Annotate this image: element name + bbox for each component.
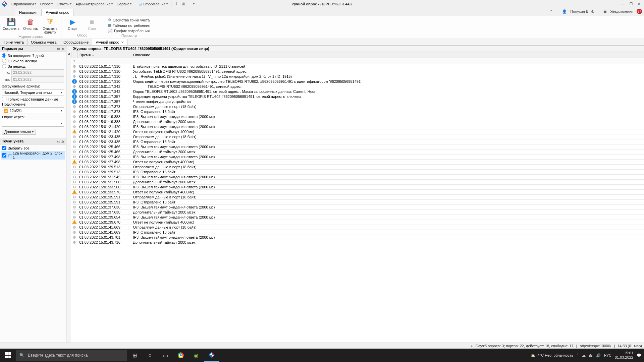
table-row[interactable]: ⚙01.03.2022 15:01:17.310В таблице привяз… (71, 64, 644, 69)
menu-poll[interactable]: Опрос▾ (38, 0, 55, 8)
start-button[interactable]: ▶ Старт (63, 17, 82, 34)
clear-filter-button[interactable]: ⧩ Очистить фильтр (41, 17, 59, 35)
consumption-chart-link[interactable]: 📈 График потребления (108, 28, 150, 33)
save-button[interactable]: 💾 Сохранить (2, 17, 20, 35)
table-row[interactable]: i01.03.2022 15:01:17.310Опрос ведётся че… (71, 79, 644, 84)
table-row[interactable]: 01.03.2022 15:01:21.420Ответ не получен … (71, 129, 644, 134)
doctab-objects[interactable]: Объекты учета (27, 39, 60, 45)
stop-button[interactable]: ■ Стоп (83, 17, 101, 34)
table-row[interactable]: ⚙01.03.2022 15:01:27.498IP3: Вышел тайма… (71, 155, 644, 160)
tree-item-checkbox[interactable] (2, 153, 6, 158)
start-button[interactable] (0, 349, 16, 362)
notifications-link[interactable]: Уведомления (610, 9, 633, 13)
collapse-ribbon-button[interactable]: ⌃ (550, 9, 553, 14)
taskview-button[interactable]: ⊞ (127, 349, 142, 362)
table-row[interactable]: ⚙01.03.2022 15:01:17.373Отправляем данны… (71, 104, 644, 109)
taskbar-search[interactable]: 🔍 Введите здесь текст для поиска (16, 350, 127, 361)
clear-button[interactable]: 🗑 Очистить (21, 17, 40, 35)
menu-theme[interactable]: ▤ Оформление▾ (137, 0, 170, 8)
table-row[interactable]: 01.03.2022 15:01:33.576Ответ не получен … (71, 190, 644, 195)
table-row[interactable]: ⚙01.03.2022 15:01:21.420IP3: Вышел тайма… (71, 124, 644, 129)
col-time[interactable]: Время ▲ (77, 52, 131, 58)
table-row[interactable]: ⚙01.03.2022 15:01:23.435Отправляем данны… (71, 134, 644, 139)
tray-network-icon[interactable]: 🖧 (589, 353, 593, 357)
tab-manual-poll[interactable]: Ручной опрос (41, 9, 73, 16)
export-button[interactable]: ⇪ (173, 0, 180, 8)
float-icon[interactable]: ▭ (57, 139, 60, 143)
table-row[interactable]: ⚙01.03.2022 15:01:39.654IP3: Вышел тайма… (71, 215, 644, 220)
user-name[interactable]: Полухин В. И. (570, 9, 594, 13)
date-to-input[interactable] (11, 76, 64, 82)
table-row[interactable]: ⚙01.03.2022 15:01:19.388IP3: Вышел тайма… (71, 114, 644, 119)
tray-lang[interactable]: РУС (604, 353, 611, 357)
col-desc[interactable]: Описание (131, 52, 638, 58)
table-row[interactable]: i01.03.2022 15:01:17.357Чтение конфигура… (71, 99, 644, 104)
table-row[interactable]: ⚙01.03.2022 15:01:35.591Отправляем данны… (71, 195, 644, 200)
print-button[interactable]: 🖶 (180, 0, 187, 8)
tray-clock[interactable]: 15:01 01.03.2022 (615, 351, 633, 360)
close-tab-icon[interactable]: ✕ (121, 41, 124, 44)
table-row[interactable]: ⚙01.03.2022 15:01:23.435IP3: Отправлено … (71, 139, 644, 144)
consumption-table-link[interactable]: ▦ Таблица потребления (108, 23, 150, 28)
point-properties-link[interactable]: ⚙ Свойства точки учёта (108, 17, 150, 22)
tree-item[interactable]: 🏷 12а микрорайон, дом 2, блок 1 (1, 151, 65, 160)
menu-directories[interactable]: Справочники▾ (9, 0, 38, 8)
table-row[interactable]: ⚙01.03.2022 15:01:25.466IP3: Вышел тайма… (71, 144, 644, 149)
journal-grid[interactable]: Время ▲ Описание ▾ ⚙01.03.2022 15:01:17.… (71, 52, 644, 343)
table-row[interactable]: ⚙01.03.2022 15:01:17.310Устройство TELEO… (71, 69, 644, 74)
tray-notifications-icon[interactable]: 💬 (637, 353, 641, 358)
table-row[interactable]: ⚙01.03.2022 15:01:37.638Дополнительный т… (71, 210, 644, 215)
filter-icon-cell[interactable]: ▾ (71, 58, 77, 64)
table-row[interactable]: ⚙01.03.2022 15:01:35.591IP3: Отправлено … (71, 200, 644, 205)
table-row[interactable]: ⚙01.03.2022 15:01:41.669IP3: Отправлено … (71, 230, 644, 235)
pin-icon[interactable]: ⇲ (61, 139, 64, 143)
tray-chevron-icon[interactable]: ˄ (577, 353, 579, 358)
period-month-radio[interactable] (2, 59, 6, 63)
menu-admin[interactable]: Администрирование▾ (73, 0, 115, 8)
via-combo[interactable] (2, 120, 64, 127)
more-button[interactable]: Дополнительно▾ (2, 129, 36, 135)
period-last7-radio[interactable] (2, 53, 6, 58)
table-row[interactable]: ⚙01.03.2022 15:01:41.669Отправляем данны… (71, 225, 644, 230)
collapse-panel-gutter[interactable]: ◀ (66, 46, 71, 343)
close-button[interactable]: ✕ (636, 2, 642, 6)
table-row[interactable]: i01.03.2022 15:01:17.357Коррекция времен… (71, 94, 644, 99)
pin-icon[interactable]: ⇲ (61, 47, 64, 51)
select-all-checkbox[interactable] (2, 146, 6, 150)
table-row[interactable]: i01.03.2022 15:01:17.342Опрос TELEOFIS R… (71, 89, 644, 94)
table-row[interactable]: ⚙01.03.2022 15:01:43.701IP3: Вышел тайма… (71, 235, 644, 240)
tray-volume-icon[interactable]: 🔊 (596, 353, 601, 358)
chrome-icon[interactable] (173, 349, 189, 362)
doctab-points[interactable]: Точки учёта (0, 39, 28, 45)
tab-navigation[interactable]: Навигация (15, 9, 42, 16)
cortana-button[interactable]: ○ (142, 349, 158, 362)
taskbar-icon[interactable]: ▭ (158, 349, 173, 362)
maximize-button[interactable]: ❐ (628, 2, 634, 6)
float-icon[interactable]: ▭ (57, 47, 60, 51)
minimize-button[interactable]: — (620, 2, 626, 6)
app-icon-1[interactable]: ◉ (189, 349, 204, 362)
table-row[interactable]: 01.03.2022 15:01:39.670Ответ не получен … (71, 220, 644, 225)
table-row[interactable]: ⚙01.03.2022 15:01:17.310. L-- Ячейка: pu… (71, 74, 644, 79)
table-row[interactable]: ⚙01.03.2022 15:01:31.560Дополнительный т… (71, 180, 644, 185)
tray-cloud-icon[interactable]: ☁ (582, 353, 586, 358)
weather-widget[interactable]: ⛅ -4°C Неб. облачность (531, 353, 573, 358)
menu-service[interactable]: Сервис▾ (115, 0, 133, 8)
doctab-manual-poll[interactable]: Ручной опрос✕ (92, 39, 127, 45)
col-icon[interactable] (71, 52, 77, 58)
connection-combo[interactable]: 📶 12a/2/1 (2, 107, 64, 114)
table-row[interactable]: ⚙01.03.2022 15:01:29.513Отправляем данны… (71, 165, 644, 170)
table-row[interactable]: ⚙01.03.2022 15:01:43.716Дополнительный т… (71, 240, 644, 245)
table-row[interactable]: ⚙01.03.2022 15:01:17.342----------- TELE… (71, 84, 644, 89)
table-row[interactable]: ⚙01.03.2022 15:01:33.560IP3: Вышел тайма… (71, 185, 644, 190)
table-row[interactable]: ⚙01.03.2022 15:01:37.638IP3: Вышел тайма… (71, 205, 644, 210)
filter-row[interactable]: ▾ (71, 58, 644, 64)
period-range-radio[interactable] (2, 64, 6, 68)
doctab-equipment[interactable]: Оборудование (60, 39, 92, 45)
lers-app-icon[interactable] (204, 349, 219, 362)
date-from-input[interactable] (11, 69, 64, 75)
table-row[interactable]: ⚙01.03.2022 15:01:17.373IP3: Отправлено … (71, 109, 644, 114)
table-row[interactable]: ⚙01.03.2022 15:01:31.545IP3: Вышел тайма… (71, 175, 644, 180)
table-row[interactable]: ⚙01.03.2022 15:01:25.466Дополнительный т… (71, 149, 644, 155)
archives-combo[interactable]: Часовой, Текущие значения (2, 89, 64, 96)
